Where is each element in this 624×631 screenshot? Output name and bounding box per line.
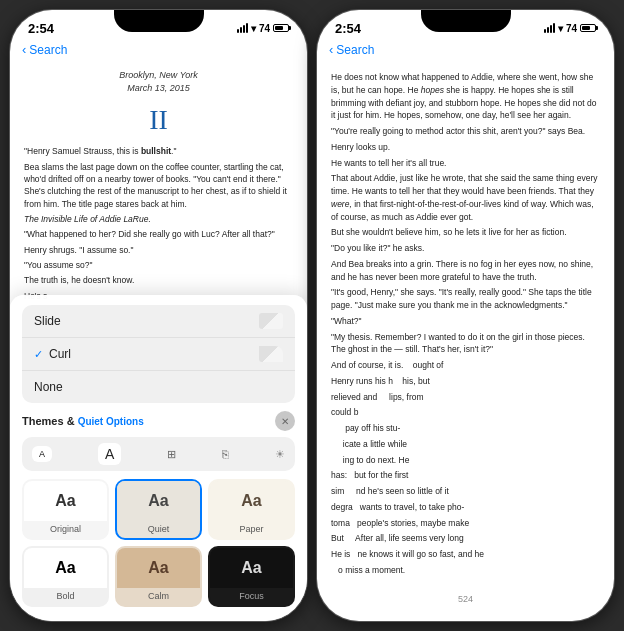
theme-quiet-label: Quiet: [117, 521, 200, 538]
nav-bar-right[interactable]: ‹ Search: [317, 40, 614, 61]
battery-text-left: 74: [259, 23, 270, 34]
wifi-icon: ▾: [251, 23, 256, 34]
theme-original[interactable]: Aa Original: [22, 479, 109, 540]
theme-original-preview: Aa: [24, 481, 107, 521]
quiet-option-link[interactable]: Quiet Options: [78, 416, 144, 427]
signal-icon-right: [544, 23, 555, 33]
book-header: Brooklyn, New York March 13, 2015: [24, 69, 293, 94]
columns-icon[interactable]: ⊞: [167, 448, 176, 461]
curl-label: Curl: [49, 347, 71, 361]
back-label-left[interactable]: Search: [29, 43, 67, 57]
book-location: Brooklyn, New York: [24, 69, 293, 82]
themes-title: Themes & Quiet Options: [22, 415, 144, 427]
theme-quiet[interactable]: Aa Quiet: [115, 479, 202, 540]
chapter-number: II: [24, 100, 293, 139]
slide-option-none[interactable]: None: [22, 371, 295, 403]
font-large-button[interactable]: A: [98, 443, 121, 465]
battery-icon-right: [580, 24, 596, 32]
signal-icon: [237, 23, 248, 33]
nav-bar-left[interactable]: ‹ Search: [10, 40, 307, 61]
right-phone-content: He does not know what happened to Addie,…: [317, 61, 614, 621]
slide-options: Slide ✓ Curl: [22, 305, 295, 403]
theme-bold[interactable]: Aa Bold: [22, 546, 109, 607]
time-left: 2:54: [28, 21, 54, 36]
check-mark: ✓: [34, 348, 43, 361]
left-phone: 2:54 ▾ 74 ‹ Search Br: [10, 10, 307, 621]
page-number: 524: [317, 590, 614, 608]
phone-notch-right: [421, 10, 511, 32]
back-label-right[interactable]: Search: [336, 43, 374, 57]
overlay-panel: Slide ✓ Curl: [10, 295, 307, 621]
theme-calm-preview: Aa: [117, 548, 200, 588]
phone-notch-left: [114, 10, 204, 32]
theme-original-label: Original: [24, 521, 107, 538]
themes-header: Themes & Quiet Options ✕: [22, 411, 295, 431]
theme-focus[interactable]: Aa Focus: [208, 546, 295, 607]
wifi-icon-right: ▾: [558, 23, 563, 34]
theme-grid: Aa Original Aa Quiet Aa Paper Aa Bold: [22, 479, 295, 607]
battery-icon-left: [273, 24, 289, 32]
bookmark-icon[interactable]: ⎘: [222, 448, 229, 460]
slide-option-curl[interactable]: ✓ Curl: [22, 338, 295, 371]
theme-paper-label: Paper: [210, 521, 293, 538]
status-icons-left: ▾ 74: [237, 23, 289, 34]
theme-bold-label: Bold: [24, 588, 107, 605]
curl-icon: [259, 346, 283, 362]
back-arrow-left: ‹: [22, 42, 26, 57]
screen-container: 2:54 ▾ 74 ‹ Search Br: [0, 0, 624, 631]
book-date: March 13, 2015: [24, 82, 293, 95]
theme-paper-preview: Aa: [210, 481, 293, 521]
theme-quiet-preview: Aa: [117, 481, 200, 521]
slide-label: Slide: [34, 314, 61, 328]
font-small-button[interactable]: A: [32, 446, 52, 462]
theme-focus-preview: Aa: [210, 548, 293, 588]
brightness-icon[interactable]: ☀: [275, 448, 285, 461]
font-controls: A A ⊞ ⎘ ☀: [22, 437, 295, 471]
slide-option-slide[interactable]: Slide: [22, 305, 295, 338]
theme-paper[interactable]: Aa Paper: [208, 479, 295, 540]
theme-calm[interactable]: Aa Calm: [115, 546, 202, 607]
battery-text-right: 74: [566, 23, 577, 34]
slide-icon: [259, 313, 283, 329]
right-phone: 2:54 ▾ 74 ‹ Search He does not k: [317, 10, 614, 621]
time-right: 2:54: [335, 21, 361, 36]
none-icon: [259, 379, 283, 395]
theme-calm-label: Calm: [117, 588, 200, 605]
close-button[interactable]: ✕: [275, 411, 295, 431]
back-arrow-right: ‹: [329, 42, 333, 57]
left-phone-content: Brooklyn, New York March 13, 2015 II "He…: [10, 61, 307, 621]
none-label: None: [34, 380, 63, 394]
theme-focus-label: Focus: [210, 588, 293, 605]
status-icons-right: ▾ 74: [544, 23, 596, 34]
theme-bold-preview: Aa: [24, 548, 107, 588]
book-content-right: He does not know what happened to Addie,…: [317, 61, 614, 590]
